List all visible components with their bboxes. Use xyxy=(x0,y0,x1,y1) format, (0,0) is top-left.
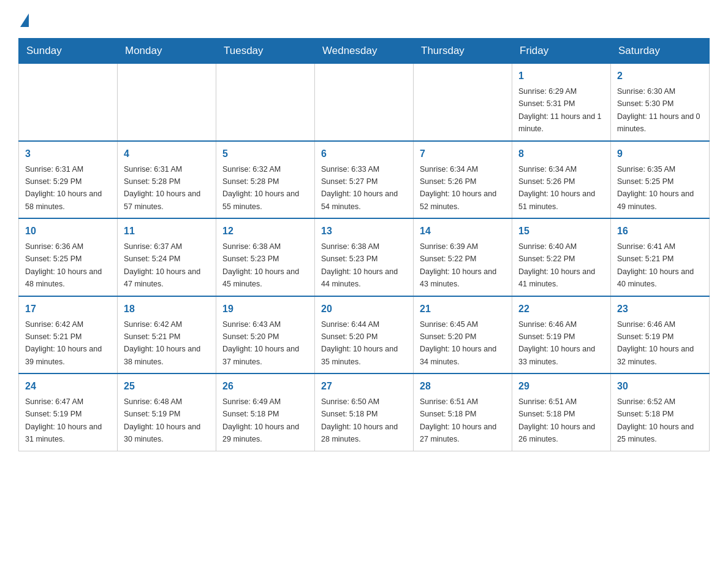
day-number: 12 xyxy=(222,224,308,239)
day-number: 26 xyxy=(222,379,308,394)
day-number: 23 xyxy=(617,302,703,316)
calendar-cell: 10Sunrise: 6:36 AM Sunset: 5:25 PM Dayli… xyxy=(19,218,118,296)
weekday-header-sunday: Sunday xyxy=(19,39,118,64)
calendar-cell: 11Sunrise: 6:37 AM Sunset: 5:24 PM Dayli… xyxy=(118,218,216,296)
calendar-cell: 20Sunrise: 6:44 AM Sunset: 5:20 PM Dayli… xyxy=(315,296,414,374)
calendar-cell xyxy=(19,64,118,141)
calendar-cell: 24Sunrise: 6:47 AM Sunset: 5:19 PM Dayli… xyxy=(19,373,118,451)
calendar-cell: 22Sunrise: 6:46 AM Sunset: 5:19 PM Dayli… xyxy=(512,296,611,374)
calendar-cell: 19Sunrise: 6:43 AM Sunset: 5:20 PM Dayli… xyxy=(216,296,315,374)
day-info: Sunrise: 6:34 AM Sunset: 5:26 PM Dayligh… xyxy=(420,165,496,211)
day-number: 5 xyxy=(222,147,308,161)
calendar-cell: 9Sunrise: 6:35 AM Sunset: 5:25 PM Daylig… xyxy=(611,141,710,219)
calendar-cell: 13Sunrise: 6:38 AM Sunset: 5:23 PM Dayli… xyxy=(315,218,414,296)
calendar-week-2: 3Sunrise: 6:31 AM Sunset: 5:29 PM Daylig… xyxy=(19,141,710,219)
day-info: Sunrise: 6:35 AM Sunset: 5:25 PM Dayligh… xyxy=(617,165,694,211)
calendar-body: 1Sunrise: 6:29 AM Sunset: 5:31 PM Daylig… xyxy=(19,64,710,451)
weekday-header-friday: Friday xyxy=(512,39,611,64)
calendar-cell: 4Sunrise: 6:31 AM Sunset: 5:28 PM Daylig… xyxy=(118,141,216,219)
day-number: 3 xyxy=(25,147,111,161)
calendar-cell xyxy=(216,64,315,141)
day-info: Sunrise: 6:43 AM Sunset: 5:20 PM Dayligh… xyxy=(222,320,299,366)
day-info: Sunrise: 6:29 AM Sunset: 5:31 PM Dayligh… xyxy=(518,87,602,133)
day-info: Sunrise: 6:38 AM Sunset: 5:23 PM Dayligh… xyxy=(222,242,299,288)
calendar-week-1: 1Sunrise: 6:29 AM Sunset: 5:31 PM Daylig… xyxy=(19,64,710,141)
calendar-cell xyxy=(118,64,216,141)
day-info: Sunrise: 6:38 AM Sunset: 5:23 PM Dayligh… xyxy=(321,242,398,288)
day-number: 30 xyxy=(617,379,703,394)
calendar-cell: 1Sunrise: 6:29 AM Sunset: 5:31 PM Daylig… xyxy=(512,64,611,141)
calendar-cell: 3Sunrise: 6:31 AM Sunset: 5:29 PM Daylig… xyxy=(19,141,118,219)
calendar-week-5: 24Sunrise: 6:47 AM Sunset: 5:19 PM Dayli… xyxy=(19,373,710,451)
calendar-cell: 23Sunrise: 6:46 AM Sunset: 5:19 PM Dayli… xyxy=(611,296,710,374)
calendar-cell: 27Sunrise: 6:50 AM Sunset: 5:18 PM Dayli… xyxy=(315,373,414,451)
calendar-cell xyxy=(315,64,414,141)
day-info: Sunrise: 6:37 AM Sunset: 5:24 PM Dayligh… xyxy=(124,242,200,288)
calendar-cell: 5Sunrise: 6:32 AM Sunset: 5:28 PM Daylig… xyxy=(216,141,315,219)
calendar-cell: 14Sunrise: 6:39 AM Sunset: 5:22 PM Dayli… xyxy=(414,218,512,296)
day-info: Sunrise: 6:46 AM Sunset: 5:19 PM Dayligh… xyxy=(617,320,694,366)
day-number: 16 xyxy=(617,224,703,239)
day-info: Sunrise: 6:44 AM Sunset: 5:20 PM Dayligh… xyxy=(321,320,398,366)
day-info: Sunrise: 6:49 AM Sunset: 5:18 PM Dayligh… xyxy=(222,397,299,443)
day-info: Sunrise: 6:51 AM Sunset: 5:18 PM Dayligh… xyxy=(420,397,496,443)
calendar-cell: 8Sunrise: 6:34 AM Sunset: 5:26 PM Daylig… xyxy=(512,141,611,219)
calendar-week-4: 17Sunrise: 6:42 AM Sunset: 5:21 PM Dayli… xyxy=(19,296,710,374)
logo-triangle-icon xyxy=(20,13,29,27)
day-info: Sunrise: 6:45 AM Sunset: 5:20 PM Dayligh… xyxy=(420,320,496,366)
calendar-cell: 25Sunrise: 6:48 AM Sunset: 5:19 PM Dayli… xyxy=(118,373,216,451)
day-info: Sunrise: 6:40 AM Sunset: 5:22 PM Dayligh… xyxy=(518,242,595,288)
day-info: Sunrise: 6:30 AM Sunset: 5:30 PM Dayligh… xyxy=(617,87,700,133)
calendar-cell: 26Sunrise: 6:49 AM Sunset: 5:18 PM Dayli… xyxy=(216,373,315,451)
day-info: Sunrise: 6:31 AM Sunset: 5:28 PM Dayligh… xyxy=(124,165,200,211)
day-info: Sunrise: 6:48 AM Sunset: 5:19 PM Dayligh… xyxy=(124,397,200,443)
day-number: 6 xyxy=(321,147,407,161)
day-info: Sunrise: 6:39 AM Sunset: 5:22 PM Dayligh… xyxy=(420,242,496,288)
day-number: 2 xyxy=(617,69,703,83)
calendar-week-3: 10Sunrise: 6:36 AM Sunset: 5:25 PM Dayli… xyxy=(19,218,710,296)
calendar-cell: 12Sunrise: 6:38 AM Sunset: 5:23 PM Dayli… xyxy=(216,218,315,296)
day-info: Sunrise: 6:36 AM Sunset: 5:25 PM Dayligh… xyxy=(25,242,102,288)
calendar-cell: 30Sunrise: 6:52 AM Sunset: 5:18 PM Dayli… xyxy=(611,373,710,451)
day-number: 17 xyxy=(25,302,111,316)
day-number: 11 xyxy=(124,224,210,239)
day-number: 28 xyxy=(420,379,506,394)
day-number: 10 xyxy=(25,224,111,239)
day-number: 19 xyxy=(222,302,308,316)
logo xyxy=(18,12,29,27)
calendar-cell: 7Sunrise: 6:34 AM Sunset: 5:26 PM Daylig… xyxy=(414,141,512,219)
day-info: Sunrise: 6:50 AM Sunset: 5:18 PM Dayligh… xyxy=(321,397,398,443)
weekday-header-wednesday: Wednesday xyxy=(315,39,414,64)
calendar-cell: 2Sunrise: 6:30 AM Sunset: 5:30 PM Daylig… xyxy=(611,64,710,141)
day-info: Sunrise: 6:52 AM Sunset: 5:18 PM Dayligh… xyxy=(617,397,694,443)
calendar-cell: 28Sunrise: 6:51 AM Sunset: 5:18 PM Dayli… xyxy=(414,373,512,451)
day-info: Sunrise: 6:46 AM Sunset: 5:19 PM Dayligh… xyxy=(518,320,595,366)
calendar-cell: 21Sunrise: 6:45 AM Sunset: 5:20 PM Dayli… xyxy=(414,296,512,374)
calendar-cell: 29Sunrise: 6:51 AM Sunset: 5:18 PM Dayli… xyxy=(512,373,611,451)
day-number: 13 xyxy=(321,224,407,239)
day-info: Sunrise: 6:51 AM Sunset: 5:18 PM Dayligh… xyxy=(518,397,595,443)
day-info: Sunrise: 6:31 AM Sunset: 5:29 PM Dayligh… xyxy=(25,165,102,211)
day-info: Sunrise: 6:32 AM Sunset: 5:28 PM Dayligh… xyxy=(222,165,299,211)
day-number: 9 xyxy=(617,147,703,161)
day-info: Sunrise: 6:34 AM Sunset: 5:26 PM Dayligh… xyxy=(518,165,595,211)
day-number: 21 xyxy=(420,302,506,316)
day-number: 4 xyxy=(124,147,210,161)
calendar-cell: 18Sunrise: 6:42 AM Sunset: 5:21 PM Dayli… xyxy=(118,296,216,374)
calendar-header: SundayMondayTuesdayWednesdayThursdayFrid… xyxy=(19,39,710,64)
calendar-cell: 6Sunrise: 6:33 AM Sunset: 5:27 PM Daylig… xyxy=(315,141,414,219)
weekday-header-row: SundayMondayTuesdayWednesdayThursdayFrid… xyxy=(19,39,710,64)
day-number: 29 xyxy=(518,379,604,394)
day-number: 7 xyxy=(420,147,506,161)
day-number: 25 xyxy=(124,379,210,394)
weekday-header-saturday: Saturday xyxy=(611,39,710,64)
calendar-cell: 17Sunrise: 6:42 AM Sunset: 5:21 PM Dayli… xyxy=(19,296,118,374)
calendar-cell: 15Sunrise: 6:40 AM Sunset: 5:22 PM Dayli… xyxy=(512,218,611,296)
calendar-cell: 16Sunrise: 6:41 AM Sunset: 5:21 PM Dayli… xyxy=(611,218,710,296)
day-info: Sunrise: 6:41 AM Sunset: 5:21 PM Dayligh… xyxy=(617,242,694,288)
day-number: 15 xyxy=(518,224,604,239)
weekday-header-thursday: Thursday xyxy=(414,39,512,64)
day-number: 14 xyxy=(420,224,506,239)
day-number: 20 xyxy=(321,302,407,316)
day-info: Sunrise: 6:42 AM Sunset: 5:21 PM Dayligh… xyxy=(25,320,102,366)
